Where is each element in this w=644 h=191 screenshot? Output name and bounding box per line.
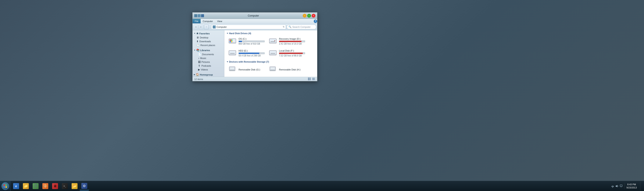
app5-icon: 🖥 (52, 183, 58, 189)
drive-removable-g-icon (228, 65, 237, 74)
music-icon: ♪ (198, 57, 199, 60)
svg-rect-14 (270, 51, 276, 54)
music-label: Music (200, 57, 206, 59)
clock-time: 8:43 PM (626, 183, 637, 186)
removable-section-header[interactable]: ▼ Devices with Removable Storage (7) (225, 60, 316, 64)
removable-label: Devices with Removable Storage (7) (229, 61, 269, 63)
sidebar-item-videos[interactable]: ▶ Videos (192, 68, 224, 72)
network-tray-icon[interactable] (611, 184, 614, 188)
minimize-button[interactable]: − (303, 14, 306, 18)
sidebar-item-downloads[interactable]: ⬇ Downloads (192, 40, 224, 43)
outlook-icon: O (81, 183, 87, 189)
drive-removable-g[interactable]: Removable Disk (G:) (227, 64, 266, 75)
forward-button[interactable]: ► (199, 25, 203, 29)
taskbar-item-5[interactable]: 🖥 (50, 182, 60, 190)
window-icon-1 (194, 14, 197, 17)
paint-icon: 🎨 (42, 183, 48, 189)
menu-file[interactable]: File (192, 19, 200, 23)
back-button[interactable]: ◄ (194, 25, 198, 29)
drive-local-f-info: Local Disk (F:) 7.02 GB free of 88.6 GB (279, 50, 305, 57)
sidebar-item-podcasts[interactable]: 🎙 Podcasts (192, 64, 224, 68)
menu-computer[interactable]: Computer (200, 19, 215, 23)
show-desktop-button[interactable] (640, 182, 642, 190)
main-panel: ▼ Hard Disk Drives (4) (224, 30, 317, 77)
drive-os-c-bar (239, 41, 242, 42)
drive-local-f[interactable]: Local Disk (F:) 7.02 GB free of 88.6 GB (267, 48, 306, 58)
drive-recovery-d-name: Recovery Image (D:) (279, 38, 305, 40)
title-bar: Computer − □ × (192, 13, 317, 19)
system-clock[interactable]: 8:43 PM 9/23/2013 (624, 183, 638, 189)
start-button[interactable] (0, 181, 10, 191)
drive-removable-h-info: Removable Disk (H:) (279, 68, 305, 71)
address-bar[interactable]: Computer ↻ (211, 25, 286, 29)
search-bar[interactable]: 🔍 Search Computer (286, 25, 316, 29)
help-icon[interactable]: ? (314, 20, 317, 23)
view-list-icon[interactable] (312, 77, 316, 81)
homegroup-label: Homegroup (200, 73, 213, 76)
svg-rect-21 (270, 70, 275, 71)
sidebar-item-pictures[interactable]: 🖼 Pictures (192, 60, 224, 64)
ie-icon: e (13, 183, 19, 189)
drive-hd2-e[interactable]: HD2 (E:) 59.4 GB free of 298 GB (227, 48, 266, 58)
svg-rect-55 (6, 186, 7, 188)
maximize-button[interactable]: □ (307, 14, 311, 18)
svg-rect-51 (312, 80, 315, 80)
desktop: Computer − □ × File Computer View ? ◄ ► … (0, 0, 644, 191)
drive-recovery-d-bar-container (279, 41, 305, 42)
view-large-icon[interactable] (308, 77, 311, 81)
taskbar-item-outlook[interactable]: O (80, 182, 89, 190)
up-button[interactable]: ↑ (204, 25, 209, 29)
hard-disk-section-header[interactable]: ▼ Hard Disk Drives (4) (225, 31, 316, 36)
close-button[interactable]: × (312, 14, 316, 18)
sidebar-item-desktop[interactable]: 🖥 Desktop (192, 36, 224, 40)
sidebar-libraries-header[interactable]: ▼ 📚 Libraries (192, 48, 224, 52)
podcasts-icon: 🎙 (198, 64, 200, 67)
recent-label: Recent places (200, 44, 215, 47)
sidebar: ▼ ★ Favorites 🖥 Desktop ⬇ Downloads 🕐 (192, 30, 224, 77)
taskbar-item-cmd[interactable]: >_ (60, 182, 70, 190)
volume-tray-icon[interactable] (615, 184, 618, 188)
drive-os-c[interactable]: OS (C:) 800 GB free of 910 GB (227, 36, 266, 47)
taskbar-item-paint[interactable]: 🎨 (41, 182, 50, 190)
taskbar-item-explorer[interactable]: 📂 (70, 182, 79, 190)
drive-removable-g-name: Removable Disk (G:) (238, 68, 264, 71)
window-title: Computer (204, 14, 303, 17)
folder-icon: 📁 (23, 183, 29, 189)
menu-view[interactable]: View (215, 19, 224, 23)
removable-grid: Removable Disk (G:) (225, 64, 316, 77)
help-button[interactable]: ? (313, 20, 317, 23)
sidebar-item-music[interactable]: ♪ Music (192, 56, 224, 60)
svg-rect-17 (230, 68, 234, 69)
sidebar-libraries-section: ▼ 📚 Libraries 📄 Documents ♪ Music 🖼 (192, 48, 224, 72)
sidebar-item-documents[interactable]: 📄 Documents (192, 52, 224, 56)
drive-recovery-d[interactable]: Recovery Image (D:) 2.41 GB free of 19.3… (267, 36, 306, 47)
taskbar-item-media[interactable]: 🎵 (31, 182, 40, 190)
drive-os-c-name: OS (C:) (238, 38, 264, 40)
pictures-label: Pictures (202, 61, 210, 63)
drive-local-f-bar (279, 53, 303, 54)
status-bar-right (308, 77, 316, 81)
favorites-label: Favorites (199, 32, 210, 35)
homegroup-chevron: ▶ (194, 74, 195, 76)
clock-date: 9/23/2013 (626, 186, 637, 189)
window-icon-3 (201, 14, 204, 17)
taskbar-item-ie[interactable]: e (12, 182, 21, 190)
taskbar-item-folder[interactable]: 📁 (21, 182, 30, 190)
podcasts-label: Podcasts (202, 65, 211, 67)
homegroup-icon: 🏠 (196, 73, 199, 76)
sidebar-homegroup-header[interactable]: ▶ 🏠 Homegroup (192, 72, 224, 77)
svg-rect-52 (4, 184, 5, 186)
svg-rect-50 (312, 79, 315, 79)
drive-removable-h-name: Removable Disk (H:) (279, 68, 305, 71)
favorites-icon: ★ (196, 32, 199, 35)
drive-removable-h[interactable]: Removable Disk (H:) (267, 64, 306, 75)
address-bar-refresh[interactable]: ↻ (283, 26, 284, 28)
hard-disk-grid: OS (C:) 800 GB free of 910 GB (225, 36, 316, 60)
sidebar-favorites-header[interactable]: ▼ ★ Favorites (192, 31, 224, 36)
action-center-tray-icon[interactable] (620, 184, 623, 188)
sidebar-item-recent[interactable]: 🕐 Recent places (192, 43, 224, 47)
svg-rect-49 (312, 78, 315, 78)
explorer-window: Computer − □ × File Computer View ? ◄ ► … (192, 12, 317, 81)
drive-recovery-d-info: Recovery Image (D:) 2.41 GB free of 19.3… (279, 38, 305, 45)
videos-icon: ▶ (198, 68, 200, 71)
